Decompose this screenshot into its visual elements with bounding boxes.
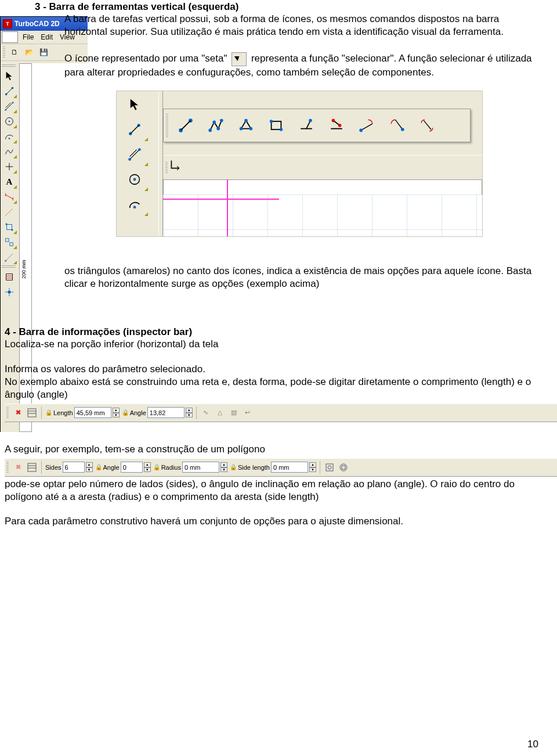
arc-tool-icon[interactable] (121, 193, 148, 216)
lock-icon[interactable]: 🔒 (95, 464, 102, 470)
sidelength-input[interactable]: 0 mm (271, 462, 308, 473)
cancel-icon[interactable]: ✖ (12, 462, 24, 473)
line-tool-icon[interactable] (121, 118, 148, 141)
cancel-icon[interactable]: ✖ (12, 407, 24, 419)
svg-point-50 (249, 127, 253, 131)
svg-point-59 (332, 119, 335, 123)
rectangle-icon[interactable] (262, 112, 290, 139)
dimension-tool-icon[interactable] (2, 190, 17, 204)
radius-input[interactable]: 0 mm (182, 462, 219, 473)
lock-icon[interactable]: 🔒 (153, 464, 160, 470)
open-file-icon[interactable]: 📂 (23, 46, 35, 59)
svg-point-45 (216, 127, 220, 131)
svg-point-39 (133, 206, 136, 209)
svg-rect-72 (326, 464, 333, 471)
option1-icon[interactable]: ∿ (200, 407, 212, 419)
svg-point-74 (340, 464, 347, 471)
length-input[interactable]: 45,59 mm (74, 407, 111, 418)
doc-icon (2, 31, 18, 43)
measure-tool-icon[interactable] (2, 250, 17, 264)
angle-field[interactable]: 🔒 Angle 13,82 ▲▼ (122, 406, 193, 419)
select-tool-icon[interactable] (121, 93, 148, 116)
option4-icon[interactable]: ↩ (242, 407, 254, 419)
option3-icon[interactable]: ▧ (228, 407, 240, 419)
sides-field[interactable]: Sides 6 ▲▼ (45, 461, 93, 474)
line-tool-icon[interactable] (2, 84, 17, 98)
length-spinner[interactable]: ▲▼ (113, 408, 120, 417)
sidelength-label: Side length (238, 464, 270, 471)
toolbar-grip (3, 46, 5, 58)
double-line-tool-icon[interactable] (2, 99, 17, 113)
hatch-tool-icon[interactable] (2, 270, 17, 284)
polygon-icon[interactable] (232, 112, 260, 139)
lock-icon[interactable]: 🔒 (45, 409, 52, 416)
origin-snap-icon[interactable] (169, 158, 191, 178)
horizontal-ruler (163, 179, 482, 196)
tangent-two-arcs-icon[interactable] (413, 112, 441, 139)
angle-field[interactable]: 🔒 Angle 0 ▲▼ (95, 461, 151, 474)
section4-p5: pode-se optar pelo número de lados (side… (5, 478, 540, 503)
perpendicular-line-icon[interactable] (292, 112, 320, 139)
explode-tool-icon[interactable] (2, 285, 17, 299)
arc-tool-icon[interactable] (2, 129, 17, 143)
angle-spinner[interactable]: ▲▼ (144, 462, 151, 472)
tangent-arc-line-icon[interactable] (353, 112, 381, 139)
sidelength-field[interactable]: 🔒 Side length 0 mm ▲▼ (230, 461, 316, 474)
svg-rect-75 (342, 466, 345, 469)
crosshair-v (227, 179, 228, 236)
text-tool-icon[interactable]: A (2, 175, 17, 189)
toolbar-grip (6, 407, 9, 419)
svg-point-38 (133, 178, 136, 181)
polyline-icon[interactable] (202, 112, 230, 139)
format-tool-icon[interactable] (2, 235, 17, 249)
inscribed-icon[interactable] (324, 462, 335, 473)
modify-tool-icon[interactable] (2, 220, 17, 234)
line-segment-icon[interactable] (172, 112, 200, 139)
circumscribed-icon[interactable] (338, 462, 349, 473)
document-body: 3 - Barra de ferramentas vertical (esque… (35, 0, 540, 528)
construction-line-icon[interactable] (2, 205, 17, 219)
svg-point-48 (240, 127, 243, 131)
lock-icon[interactable]: 🔒 (122, 409, 129, 416)
app-icon: T (3, 19, 12, 28)
flyout-screenshot (116, 91, 483, 237)
angle-input[interactable]: 13,82 (147, 407, 185, 418)
angle-input[interactable]: 0 (121, 462, 143, 473)
lock-icon[interactable]: 🔒 (230, 464, 237, 470)
svg-point-25 (8, 290, 10, 293)
parallel-line-icon[interactable] (323, 112, 350, 139)
radius-spinner[interactable]: ▲▼ (220, 462, 227, 472)
svg-rect-16 (7, 225, 12, 230)
radius-field[interactable]: 🔒 Radius 0 mm ▲▼ (153, 461, 227, 474)
svg-point-60 (338, 124, 342, 127)
section3-title: 3 - Barra de ferramentas vertical (esque… (35, 1, 540, 13)
circle-tool-icon[interactable] (2, 114, 17, 128)
tangent-from-arc-icon[interactable] (383, 112, 411, 139)
circle-tool-icon[interactable] (121, 168, 148, 191)
line-flyout-popup (163, 109, 471, 142)
option2-icon[interactable]: △ (214, 407, 226, 419)
select-tool-icon[interactable] (2, 69, 17, 83)
double-line-tool-icon[interactable] (121, 143, 148, 166)
svg-point-6 (12, 102, 14, 103)
curve-tool-icon[interactable] (2, 145, 17, 159)
length-label: Length (53, 409, 73, 416)
length-field[interactable]: 🔒 Length 45,59 mm ▲▼ (45, 406, 120, 419)
angle-spinner[interactable]: ▲▼ (186, 408, 193, 417)
sidelength-spinner[interactable]: ▲▼ (309, 462, 316, 472)
svg-point-43 (208, 129, 212, 132)
sides-input[interactable]: 6 (63, 462, 85, 473)
horizontal-toolbar (163, 155, 482, 181)
svg-point-49 (244, 119, 248, 123)
new-file-icon[interactable]: 🗋 (8, 46, 21, 59)
properties-icon[interactable] (26, 407, 38, 419)
properties-icon[interactable] (26, 462, 38, 473)
ruler-unit-label: 200 mm (21, 260, 27, 279)
svg-line-33 (130, 150, 140, 160)
svg-rect-51 (272, 121, 281, 129)
section4-p6: Para cada parâmetro construtivo haverá u… (5, 515, 540, 528)
sides-spinner[interactable]: ▲▼ (86, 462, 93, 472)
svg-rect-19 (6, 239, 9, 242)
svg-line-42 (181, 121, 191, 131)
point-tool-icon[interactable] (2, 160, 17, 174)
